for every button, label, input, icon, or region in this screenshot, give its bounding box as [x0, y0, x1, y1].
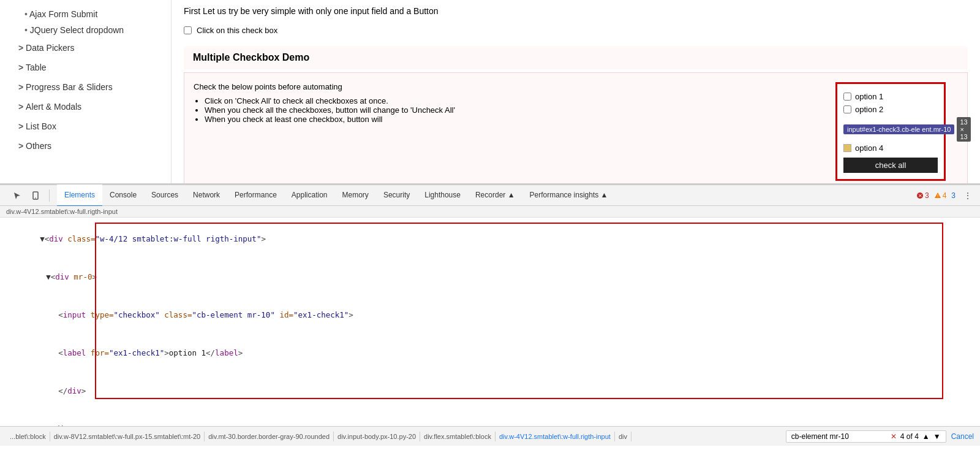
checkbox-panel: option 1 option 2 input#ex1-check3.cb-el… — [835, 82, 946, 181]
simple-text: First Let us try be very simple with onl… — [184, 6, 968, 16]
search-bar: ✕ 4 of 4 ▲ ▼ — [786, 430, 946, 443]
option1-checkbox[interactable] — [843, 93, 851, 101]
tab-sources[interactable]: Sources — [144, 185, 186, 207]
demo-title: Multiple Checkbox Demo — [184, 46, 968, 69]
option2-checkbox[interactable] — [843, 105, 851, 113]
search-input[interactable] — [791, 432, 883, 441]
tab-recorder[interactable]: Recorder ▲ — [468, 185, 522, 207]
page-content: Ajax Form Submit JQuery Select dropdown … — [0, 0, 980, 184]
error-badge: ✕ 3 — [916, 191, 929, 200]
option4-row: option 4 — [843, 142, 938, 154]
tooltip-row: input#ex1-check3.cb-ele ent.mr-10 13 × 1… — [843, 117, 938, 142]
click-checkbox-row: Click on this check box — [184, 21, 968, 40]
tooltip-badge: input#ex1-check3.cb-ele ent.mr-10 — [843, 124, 954, 134]
bullet-2: When you check all the checkboxes, butto… — [205, 105, 823, 115]
code-line-2[interactable]: <input type="checkbox" class="cb-element… — [0, 296, 980, 334]
tab-security[interactable]: Security — [376, 185, 417, 207]
demo-description: Check the below points before automating — [194, 82, 823, 91]
svg-point-1 — [35, 197, 36, 199]
sidebar: Ajax Form Submit JQuery Select dropdown … — [0, 0, 172, 183]
breadcrumb-5[interactable]: div.w-4V12.smtablet\:w-full.rigth-input — [496, 432, 615, 441]
tooltip-size: 13 × 13 — [957, 117, 970, 142]
mobile-icon[interactable] — [28, 188, 43, 203]
sidebar-item-alerts[interactable]: Alert & Modals — [0, 97, 171, 116]
bullet-1: Click on 'Check All' to check all checkb… — [205, 96, 823, 105]
click-checkbox[interactable] — [184, 26, 192, 34]
breadcrumb-dots[interactable]: ...blet\:block — [6, 432, 50, 441]
breadcrumb-2[interactable]: div.mt-30.border.border-gray-90.rounded — [205, 432, 334, 441]
cursor-icon[interactable] — [10, 188, 24, 203]
devtools-tabs: Elements Console Sources Network Perform… — [0, 184, 980, 206]
breadcrumb-1[interactable]: div.w-8V12.smtablet\:w-full.px-15.smtabl… — [50, 432, 205, 441]
prev-icon[interactable]: ▲ — [922, 432, 930, 441]
tab-performance-insights[interactable]: Performance insights ▲ — [522, 185, 616, 207]
search-controls: ✕ 4 of 4 ▲ ▼ — [891, 432, 941, 441]
bottom-right: ✕ 4 of 4 ▲ ▼ Cancel — [786, 430, 974, 443]
option1-row: option 1 — [843, 90, 938, 103]
tab-performance[interactable]: Performance — [227, 185, 284, 207]
msg-badge: 3 — [951, 191, 956, 200]
code-breadcrumb: div.w-4V12.smtablet\:w-full.rigth-input — [0, 206, 980, 218]
tab-left-icons — [5, 188, 57, 203]
bottom-breadcrumb: ...blet\:block div.w-8V12.smtablet\:w-fu… — [6, 432, 781, 441]
code-line-1[interactable]: ▼<div mr-0> — [0, 258, 980, 296]
option1-label: option 1 — [855, 92, 883, 101]
sidebar-item-listbox[interactable]: List Box — [0, 116, 171, 136]
sidebar-item-jquery[interactable]: JQuery Select dropdown — [0, 22, 171, 38]
check-all-button[interactable]: check all — [843, 158, 938, 173]
bullet-list: Click on 'Check All' to check all checkb… — [194, 96, 823, 124]
code-line-0[interactable]: ▼<div class="w-4/12 smtablet:w-full rigt… — [0, 220, 980, 258]
bottom-bar: ...blet\:block div.w-8V12.smtablet\:w-fu… — [0, 426, 980, 446]
tab-console[interactable]: Console — [102, 185, 144, 207]
demo-right: option 1 option 2 input#ex1-check3.cb-el… — [835, 82, 958, 181]
tab-lighthouse[interactable]: Lighthouse — [417, 185, 468, 207]
tab-network[interactable]: Network — [186, 185, 227, 207]
more-options-icon[interactable]: ⋮ — [960, 188, 975, 203]
sidebar-item-others[interactable]: Others — [0, 136, 171, 156]
demo-box: Check the below points before automating… — [184, 72, 968, 183]
sidebar-item-table[interactable]: Table — [0, 58, 171, 77]
code-line-3[interactable]: <label for="ex1-check1">option 1</label> — [0, 334, 980, 372]
tab-memory[interactable]: Memory — [335, 185, 376, 207]
demo-left: Check the below points before automating… — [194, 82, 823, 181]
cancel-button[interactable]: Cancel — [951, 432, 974, 441]
option4-label: option 4 — [855, 143, 883, 153]
svg-text:✕: ✕ — [918, 193, 922, 199]
warn-badge: ! 4 — [934, 191, 947, 200]
main-content: First Let us try be very simple with onl… — [172, 0, 980, 183]
code-line-4[interactable]: </div> — [0, 372, 980, 410]
count-text: 4 of 4 — [900, 432, 919, 441]
breadcrumb-4[interactable]: div.flex.smtablet\:block — [420, 432, 496, 441]
sidebar-item-ajax[interactable]: Ajax Form Submit — [0, 6, 171, 22]
code-panel[interactable]: ▼<div class="w-4/12 smtablet:w-full rigt… — [0, 218, 980, 426]
next-icon[interactable]: ▼ — [933, 432, 941, 441]
option2-row: option 2 — [843, 103, 938, 116]
tab-right-badges: ✕ 3 ! 4 3 ⋮ — [916, 188, 975, 203]
tab-application[interactable]: Application — [284, 185, 335, 207]
breadcrumb-3[interactable]: div.input-body.px-10.py-20 — [334, 432, 420, 441]
code-panel-wrapper: div.w-4V12.smtablet\:w-full.rigth-input … — [0, 206, 980, 426]
svg-text:!: ! — [937, 193, 938, 199]
demo-container: Multiple Checkbox Demo Check the below p… — [184, 46, 968, 183]
sidebar-item-progress[interactable]: Progress Bar & Sliders — [0, 77, 171, 97]
code-line-5[interactable]: ▼<div> — [0, 410, 980, 426]
click-checkbox-label: Click on this check box — [197, 26, 277, 35]
breadcrumb-6[interactable]: div — [615, 432, 631, 441]
bullet-3: When you check at least one checkbox, bu… — [205, 115, 823, 124]
error-icon[interactable]: ✕ — [891, 432, 897, 441]
option2-label: option 2 — [855, 105, 883, 114]
tab-elements[interactable]: Elements — [57, 185, 102, 207]
option4-checkbox-icon — [843, 144, 851, 152]
sidebar-item-datepickers[interactable]: Data Pickers — [0, 38, 171, 58]
tab-separator-1 — [49, 189, 50, 202]
